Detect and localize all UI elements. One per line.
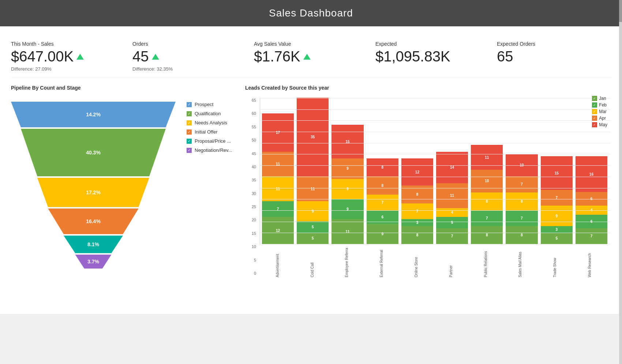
y-axis-tick: 5 — [254, 258, 256, 262]
bar-segment: 8 — [367, 158, 398, 176]
funnel-legend-item: ✓Proposal/Price ... — [187, 138, 245, 144]
y-axis-tick: 65 — [252, 98, 256, 102]
legend-checkbox: ✓ — [187, 148, 192, 153]
funnel-legend-item: ✓Prospect — [187, 102, 245, 107]
x-axis-label: Advertisement — [262, 246, 293, 275]
bar-legend-label: Jan — [599, 96, 606, 101]
charts-row: Pipeline By Count and Stage 14.2%40.3%17… — [11, 78, 611, 307]
bar-segment: 7 — [367, 195, 398, 210]
bar-segment: 8 — [367, 176, 398, 194]
bar-segment: 7 — [541, 190, 573, 206]
bar-legend-color-box: ✓ — [592, 116, 597, 121]
bar-group: 878710 — [506, 154, 537, 244]
legend-label: Prospect — [195, 102, 213, 107]
page-header: Sales Dashboard — [0, 0, 622, 26]
funnel-segment: 17.2% — [11, 178, 176, 207]
kpi-row: This Month - Sales$647.00KDifference: 27… — [11, 34, 611, 78]
y-axis-tick: 55 — [252, 125, 256, 129]
main-content: This Month - Sales$647.00KDifference: 27… — [0, 26, 622, 314]
bar-segment: 6 — [576, 215, 607, 228]
page-title: Sales Dashboard — [269, 7, 353, 19]
funnel-legend-item: ✓Initial Offer — [187, 129, 245, 135]
bar-segment: 9 — [367, 224, 398, 244]
y-axis-tick: 15 — [252, 231, 256, 236]
check-icon: ✓ — [188, 102, 191, 106]
y-axis-tick: 40 — [252, 165, 256, 169]
bar-segment: 7 — [471, 210, 503, 226]
bar-segment: 12 — [262, 217, 294, 244]
funnel-chart: 14.2%40.3%17.2%16.4%8.1%3.7% — [11, 98, 176, 269]
bar-segment: 3 — [541, 226, 573, 233]
bar-legend-label: Apr — [599, 116, 606, 121]
x-labels: AdvertisementCold CallEmployee ReferralE… — [260, 244, 611, 275]
bar-segment: 8 — [471, 226, 503, 244]
x-axis-label: Trade Show — [539, 246, 571, 275]
bar-legend-item: ✓May — [592, 122, 607, 127]
bar-group: 5591135 — [297, 98, 329, 244]
bar-segment: 11 — [262, 176, 294, 201]
bar-segment: 5 — [297, 221, 329, 233]
bar-segment: 10 — [506, 154, 537, 177]
bar-stack: 8781011 — [471, 145, 503, 244]
kpi-item: This Month - Sales$647.00KDifference: 27… — [11, 41, 125, 72]
bar-group: 837812 — [401, 158, 433, 244]
bar-legend-item: ✓Feb — [592, 102, 607, 108]
kpi-diff: Difference: 27.09% — [11, 66, 118, 72]
bar-segment: 6 — [576, 192, 607, 206]
kpi-diff: Difference: 32.35% — [132, 66, 239, 72]
bar-segment: 7 — [506, 176, 537, 192]
bar-group: 127111117 — [262, 113, 294, 244]
bar-segment: 9 — [331, 179, 363, 199]
check-icon: ✓ — [188, 148, 191, 152]
scrollbar[interactable] — [619, 0, 622, 364]
y-axis-tick: 10 — [252, 244, 256, 249]
bar-segment: 11 — [331, 219, 363, 244]
kpi-item: Avg Sales Value$1.76K — [247, 41, 368, 65]
bar-legend-label: Mar — [599, 109, 607, 114]
kpi-value: 45 — [132, 48, 239, 65]
bar-legend-color-box: ✓ — [592, 96, 597, 101]
legend-label: Qualification — [195, 111, 221, 116]
bar-group: 539715 — [541, 156, 573, 244]
bar-segment: 10 — [471, 170, 503, 192]
trend-up-icon — [152, 54, 159, 60]
kpi-item: Expected$1,095.83K — [368, 41, 490, 65]
bar-stack: 96788 — [367, 158, 398, 244]
scrollbar-thumb[interactable] — [619, 0, 622, 22]
funnel-segment: 16.4% — [11, 209, 176, 234]
x-axis-label: Cold Call — [296, 246, 328, 275]
bar-segment: 8 — [401, 226, 433, 244]
bar-segment: 11 — [471, 145, 503, 170]
legend-label: Needs Analysis — [195, 120, 227, 125]
kpi-label: This Month - Sales — [11, 41, 118, 47]
kpi-label: Orders — [132, 41, 239, 47]
bar-legend-label: Feb — [599, 102, 607, 108]
y-axis-tick: 30 — [252, 191, 256, 196]
bar-segment: 7 — [506, 210, 537, 226]
bar-segment: 3 — [401, 219, 433, 226]
kpi-label: Expected — [375, 41, 482, 47]
bar-segment: 7 — [262, 201, 294, 217]
x-axis-label: External Referral — [366, 246, 397, 275]
bar-segment: 5 — [541, 233, 573, 244]
y-axis: 65605550454035302520151050 — [245, 98, 258, 275]
bar-segment: 5 — [297, 233, 329, 244]
bar-legend-color-box: ✓ — [592, 102, 597, 108]
bar-chart-legend: ✓Jan✓Feb✓Mar✓Apr✓May — [592, 96, 607, 127]
bar-stack: 764616 — [576, 156, 607, 244]
check-icon: ✓ — [188, 112, 191, 116]
funnel-legend: ✓Prospect✓Qualification✓Needs Analysis✓I… — [187, 98, 245, 153]
bar-segment: 9 — [331, 158, 363, 179]
bar-group: 7541114 — [436, 152, 468, 244]
x-axis-label: Employee Referral — [331, 246, 363, 275]
kpi-label: Expected Orders — [497, 41, 604, 47]
bar-segment: 35 — [297, 98, 329, 176]
bar-segment: 9 — [297, 201, 329, 221]
bar-stack: 127111117 — [262, 113, 294, 244]
funnel-segment: 3.7% — [11, 255, 176, 269]
bar-segment: 9 — [331, 199, 363, 219]
funnel-segment-label: 8.1% — [87, 241, 99, 247]
bar-segment: 16 — [576, 156, 607, 192]
bar-legend-item: ✓Mar — [592, 109, 607, 114]
legend-checkbox: ✓ — [187, 102, 192, 107]
